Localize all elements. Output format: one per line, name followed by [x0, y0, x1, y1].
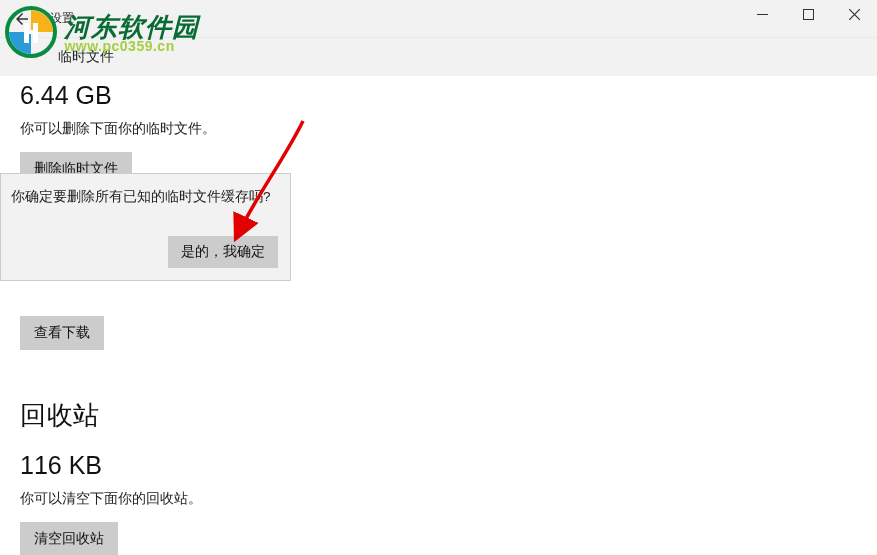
maximize-icon [803, 9, 814, 20]
close-icon [849, 9, 860, 20]
recycle-size: 116 KB [20, 433, 857, 480]
recycle-title: 回收站 [20, 398, 857, 433]
svg-rect-1 [803, 9, 813, 19]
section-header: 临时文件 [0, 38, 877, 76]
back-button[interactable] [0, 0, 44, 38]
temp-files-size: 6.44 GB [20, 76, 857, 110]
back-arrow-icon [13, 10, 31, 28]
empty-recycle-button[interactable]: 清空回收站 [20, 522, 118, 555]
confirm-yes-button[interactable]: 是的，我确定 [168, 236, 278, 268]
confirm-dialog: 你确定要删除所有已知的临时文件缓存吗? 是的，我确定 [0, 173, 291, 281]
recycle-desc: 你可以清空下面你的回收站。 [20, 490, 857, 508]
maximize-button[interactable] [785, 0, 831, 28]
close-button[interactable] [831, 0, 877, 28]
svg-rect-0 [757, 14, 768, 15]
view-downloads-button[interactable]: 查看下载 [20, 316, 104, 350]
content-area: 6.44 GB 你可以删除下面你的临时文件。 删除临时文件 查看下载 回收站 1… [0, 76, 877, 555]
titlebar: 设置 [0, 0, 877, 38]
section-header-title: 临时文件 [58, 48, 114, 66]
minimize-icon [757, 9, 768, 20]
window-title: 设置 [50, 10, 74, 27]
minimize-button[interactable] [739, 0, 785, 28]
window-controls [739, 0, 877, 28]
temp-files-desc: 你可以删除下面你的临时文件。 [20, 120, 857, 138]
confirm-dialog-message: 你确定要删除所有已知的临时文件缓存吗? [11, 188, 280, 207]
